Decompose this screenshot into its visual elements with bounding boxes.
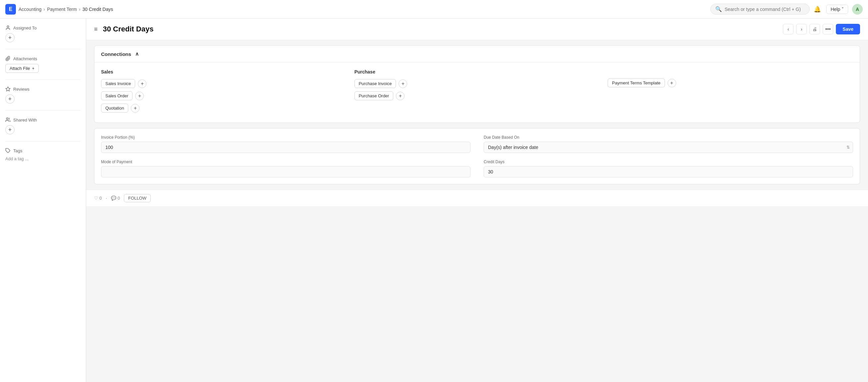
purchase-order-tag[interactable]: Purchase Order (354, 91, 394, 100)
prev-button[interactable]: ‹ (783, 24, 794, 34)
add-assignee-button[interactable]: + (5, 33, 14, 42)
reviews-title: Reviews (13, 87, 30, 92)
credit-days-input[interactable] (484, 166, 853, 177)
invoice-portion-group: Invoice Portion (%) (101, 135, 470, 153)
shared-with-label: Shared With (5, 117, 81, 123)
connections-card-body: Sales Sales Invoice + Sales Order + Quot… (94, 63, 860, 123)
star-icon (5, 86, 10, 92)
breadcrumb-accounting[interactable]: Accounting (19, 7, 41, 12)
shared-with-title: Shared With (13, 117, 37, 123)
mode-of-payment-label: Mode of Payment (101, 160, 470, 164)
connections-collapse-icon[interactable]: ∧ (135, 51, 139, 57)
save-button[interactable]: Save (836, 24, 860, 34)
page-layout: Assigned To + Attachments Attach File + (0, 19, 868, 382)
avatar[interactable]: A (852, 4, 863, 14)
quotation-add-button[interactable]: + (131, 104, 140, 112)
follow-button[interactable]: FOLLOW (124, 194, 151, 202)
add-tag-input[interactable]: Add a tag ... (5, 156, 29, 161)
due-date-select-wrapper: Day(s) after invoice dateDay(s) after th… (484, 142, 853, 153)
page-footer: ♡ 0 · 💬 0 FOLLOW (86, 190, 868, 206)
tags-title: Tags (13, 148, 22, 153)
add-shared-button[interactable]: + (5, 125, 14, 134)
shared-with-section: Shared With + (5, 117, 81, 134)
svg-point-0 (7, 26, 9, 28)
left-sidebar: Assigned To + Attachments Attach File + (0, 19, 86, 382)
help-button[interactable]: Help ˅ (826, 5, 848, 14)
main-content: ≡ 30 Credit Days ‹ › 🖨 ••• Save Connecti… (86, 19, 868, 382)
purchase-column-title: Purchase (354, 69, 600, 74)
assigned-to-label: Assigned To (5, 25, 81, 30)
header-actions: ‹ › 🖨 ••• Save (783, 24, 860, 34)
mode-of-payment-group: Mode of Payment (101, 160, 470, 177)
sales-column-title: Sales (101, 69, 346, 74)
sales-invoice-tag[interactable]: Sales Invoice (101, 79, 135, 88)
due-date-label: Due Date Based On (484, 135, 853, 140)
reviews-section: Reviews + (5, 86, 81, 104)
search-input[interactable] (724, 7, 805, 12)
nav-right: 🔔 Help ˅ A (812, 4, 863, 14)
credit-days-group: Credit Days (484, 160, 853, 177)
print-button[interactable]: 🖨 (809, 24, 820, 34)
payment-terms-template-item: Payment Terms Template + (608, 78, 853, 88)
purchase-invoice-item: Purchase Invoice + (354, 79, 600, 88)
mode-of-payment-input[interactable] (101, 166, 470, 177)
purchase-invoice-add-button[interactable]: + (399, 79, 407, 88)
assigned-to-section: Assigned To + (5, 25, 81, 42)
svg-marker-1 (6, 87, 10, 91)
connections-title: Connections (101, 51, 131, 57)
form-grid: Invoice Portion (%) Due Date Based On Da… (101, 135, 853, 177)
comments-button[interactable]: 💬 0 (111, 196, 120, 201)
purchase-column: Purchase Purchase Invoice + Purchase Ord… (354, 69, 600, 116)
breadcrumb-current: 30 Credit Days (83, 7, 113, 12)
tag-icon (5, 148, 10, 153)
heart-icon: ♡ (94, 196, 98, 201)
tags-label: Tags (5, 148, 81, 153)
form-card-body: Invoice Portion (%) Due Date Based On Da… (94, 129, 860, 184)
attachments-section: Attachments Attach File + (5, 56, 81, 73)
quotation-tag[interactable]: Quotation (101, 104, 128, 112)
menu-icon[interactable]: ≡ (94, 26, 98, 33)
connections-grid: Sales Sales Invoice + Sales Order + Quot… (101, 69, 853, 116)
payment-terms-template-add-button[interactable]: + (668, 79, 676, 88)
form-card: Invoice Portion (%) Due Date Based On Da… (94, 128, 860, 184)
help-chevron: ˅ (841, 7, 844, 12)
sales-order-tag[interactable]: Sales Order (101, 91, 132, 100)
search-icon: 🔍 (715, 6, 722, 12)
search-bar[interactable]: 🔍 (710, 4, 810, 14)
app-icon: E (5, 4, 16, 14)
next-button[interactable]: › (796, 24, 807, 34)
attachments-label: Attachments (5, 56, 81, 61)
reviews-label: Reviews (5, 86, 81, 92)
assigned-to-title: Assigned To (13, 26, 37, 30)
invoice-portion-input[interactable] (101, 142, 470, 153)
page-title: 30 Credit Days (103, 25, 779, 33)
more-options-button[interactable]: ••• (823, 24, 833, 34)
connections-card-header: Connections ∧ (94, 46, 860, 63)
breadcrumb-payment-term[interactable]: Payment Term (47, 7, 77, 12)
add-review-button[interactable]: + (5, 94, 14, 104)
sales-invoice-add-button[interactable]: + (138, 79, 147, 88)
comment-icon: 💬 (111, 196, 116, 201)
sales-invoice-item: Sales Invoice + (101, 79, 346, 88)
breadcrumb-sep-2: › (79, 7, 81, 12)
attachments-title: Attachments (13, 56, 37, 61)
due-date-group: Due Date Based On Day(s) after invoice d… (484, 135, 853, 153)
purchase-invoice-tag[interactable]: Purchase Invoice (354, 79, 396, 88)
connections-card: Connections ∧ Sales Sales Invoice + (94, 45, 860, 123)
sales-column: Sales Sales Invoice + Sales Order + Quot… (101, 69, 346, 116)
quotation-item: Quotation + (101, 104, 346, 112)
purchase-order-add-button[interactable]: + (396, 92, 404, 100)
sales-order-item: Sales Order + (101, 91, 346, 100)
likes-count: 0 (99, 196, 102, 201)
likes-button[interactable]: ♡ 0 (94, 196, 102, 201)
svg-point-2 (6, 118, 8, 119)
attach-file-button[interactable]: Attach File + (5, 64, 39, 73)
invoice-portion-label: Invoice Portion (%) (101, 135, 470, 140)
attach-file-label: Attach File (10, 66, 30, 71)
purchase-order-item: Purchase Order + (354, 91, 600, 100)
due-date-select[interactable]: Day(s) after invoice dateDay(s) after th… (484, 142, 853, 153)
notifications-button[interactable]: 🔔 (812, 4, 822, 14)
sales-order-add-button[interactable]: + (135, 92, 144, 100)
paperclip-icon (5, 56, 10, 61)
payment-terms-template-tag[interactable]: Payment Terms Template (608, 78, 664, 88)
